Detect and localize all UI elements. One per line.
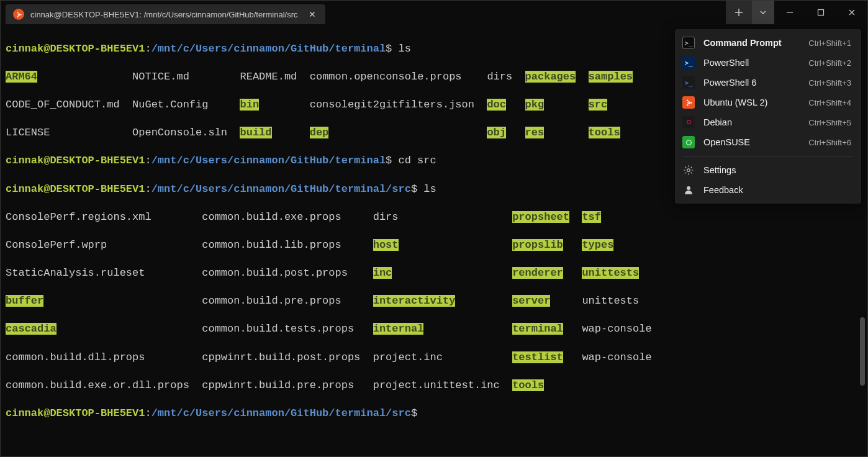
prompt-path: /mnt/c/Users/cinnamon/GitHub/terminal — [151, 43, 386, 55]
file: wap-console — [582, 323, 651, 335]
dir: ARM64 — [6, 71, 37, 83]
dir: build — [240, 127, 271, 138]
profiles-dropdown-button[interactable] — [752, 1, 774, 24]
dir: tools — [512, 379, 544, 391]
minimize-button[interactable] — [774, 1, 805, 24]
menu-shortcut: Ctrl+Shift+6 — [808, 138, 851, 147]
dir: tools — [589, 127, 620, 138]
menu-item-ubuntu[interactable]: Ubuntu (WSL 2) Ctrl+Shift+4 — [675, 93, 861, 112]
svg-point-2 — [17, 12, 18, 13]
dir: obj — [487, 127, 506, 138]
file: common.build.exe.props — [202, 211, 341, 223]
svg-point-7 — [687, 99, 688, 101]
svg-point-12 — [687, 186, 690, 190]
menu-item-powershell-6[interactable]: >_ PowerShell 6 Ctrl+Shift+3 — [675, 73, 861, 93]
dir: propsheet — [512, 211, 569, 223]
svg-point-6 — [690, 102, 692, 103]
file: common.build.lib.props — [202, 239, 341, 251]
file: common.build.pre.props — [202, 295, 341, 307]
file: NOTICE.md — [132, 71, 189, 83]
menu-item-debian[interactable]: Debian Ctrl+Shift+5 — [675, 112, 861, 132]
dir: server — [512, 295, 550, 307]
dir: res — [525, 127, 545, 138]
menu-label: Command Prompt — [703, 38, 800, 48]
dir: packages — [525, 71, 576, 83]
dir: testlist — [512, 351, 563, 363]
svg-point-1 — [20, 14, 21, 15]
tab-ubuntu[interactable]: cinnak@DESKTOP-BHE5EV1: /mnt/c/Users/cin… — [6, 4, 325, 24]
menu-shortcut: Ctrl+Shift+2 — [808, 58, 851, 68]
file: dirs — [487, 71, 512, 83]
menu-item-opensuse[interactable]: OpenSUSE Ctrl+Shift+6 — [675, 132, 861, 152]
ubuntu-icon — [13, 9, 24, 20]
file: ConsolePerf.wprp — [6, 239, 107, 251]
svg-rect-4 — [818, 10, 824, 16]
maximize-button[interactable] — [805, 1, 836, 24]
prompt-user: cinnak@DESKTOP-BHE5EV1 — [6, 155, 145, 166]
file: README.md — [240, 71, 297, 83]
file: CODE_OF_CONDUCT.md — [6, 99, 120, 111]
dir: cascadia — [6, 323, 57, 335]
prompt-user: cinnak@DESKTOP-BHE5EV1 — [6, 183, 145, 195]
dir: inc — [373, 267, 392, 279]
file: consolegit2gitfilters.json — [310, 99, 474, 111]
menu-label: OpenSUSE — [703, 137, 800, 147]
powershell-icon: >_ — [682, 57, 695, 69]
file: cppwinrt.build.pre.props — [202, 379, 354, 391]
debian-icon — [682, 116, 695, 129]
menu-item-powershell[interactable]: >_ PowerShell Ctrl+Shift+2 — [675, 53, 861, 73]
dir: doc — [487, 99, 506, 111]
file: unittests — [582, 295, 639, 307]
scrollbar-thumb[interactable] — [860, 317, 865, 386]
dir: pkg — [525, 99, 545, 111]
menu-label: Debian — [703, 117, 800, 127]
menu-shortcut: Ctrl+Shift+3 — [808, 78, 851, 88]
prompt-path: /mnt/c/Users/cinnamon/GitHub/terminal — [151, 155, 386, 166]
close-window-button[interactable] — [836, 1, 867, 24]
new-tab-button[interactable] — [726, 1, 752, 24]
file: dirs — [373, 211, 399, 223]
ubuntu-icon — [682, 96, 695, 109]
dir: host — [373, 239, 399, 251]
titlebar: cinnak@DESKTOP-BHE5EV1: /mnt/c/Users/cin… — [1, 1, 867, 24]
dir: dep — [310, 127, 329, 138]
menu-item-command-prompt[interactable]: >_ Command Prompt Ctrl+Shift+1 — [675, 33, 861, 53]
dir: renderer — [512, 267, 563, 279]
profiles-menu: >_ Command Prompt Ctrl+Shift+1 >_ PowerS… — [675, 29, 861, 204]
menu-label: PowerShell — [703, 58, 800, 68]
tab-area: cinnak@DESKTOP-BHE5EV1: /mnt/c/Users/cin… — [1, 1, 325, 24]
dir: types — [582, 239, 613, 251]
command: ls — [399, 43, 411, 55]
tab-title: cinnak@DESKTOP-BHE5EV1: /mnt/c/Users/cin… — [30, 10, 298, 19]
menu-item-feedback[interactable]: Feedback — [675, 180, 861, 200]
dir: tsf — [582, 211, 601, 223]
svg-point-10 — [686, 140, 691, 145]
file: common.build.dll.props — [6, 351, 145, 363]
command: cd src — [399, 155, 436, 166]
svg-point-5 — [687, 101, 689, 103]
dir: bin — [240, 99, 259, 111]
file: project.unittest.inc — [373, 379, 500, 391]
dir: samples — [589, 71, 633, 83]
dir: internal — [373, 323, 424, 335]
dir: src — [589, 99, 608, 111]
svg-point-8 — [687, 104, 688, 106]
svg-point-3 — [17, 16, 18, 17]
prompt-user: cinnak@DESKTOP-BHE5EV1 — [6, 43, 145, 55]
svg-point-0 — [18, 14, 20, 16]
menu-shortcut: Ctrl+Shift+4 — [808, 98, 851, 107]
menu-item-settings[interactable]: Settings — [675, 160, 861, 180]
file: ConsolePerf.regions.xml — [6, 211, 151, 223]
file: common.build.post.props — [202, 267, 348, 279]
file: StaticAnalysis.ruleset — [6, 267, 145, 279]
menu-label: Settings — [703, 165, 851, 175]
file: common.build.exe.or.dll.props — [6, 379, 189, 391]
file: wap-console — [582, 351, 651, 363]
file: project.inc — [373, 351, 443, 363]
dir: unittests — [582, 267, 639, 279]
tab-close-button[interactable]: ✕ — [307, 9, 318, 19]
prompt-path: /mnt/c/Users/cinnamon/GitHub/terminal/sr… — [151, 407, 411, 419]
gear-icon — [682, 164, 695, 176]
prompt-user: cinnak@DESKTOP-BHE5EV1 — [6, 407, 145, 419]
file: common.build.tests.props — [202, 323, 354, 335]
